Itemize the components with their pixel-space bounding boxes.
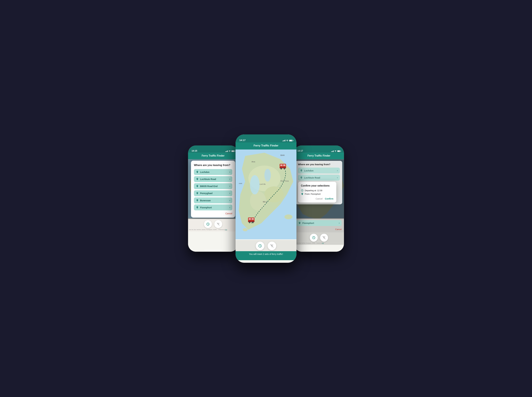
status-icons-center xyxy=(282,140,293,142)
location-modal-left: Where are you leaving from? Lochdon › xyxy=(188,159,238,219)
svg-rect-29 xyxy=(280,164,282,166)
map-center: B849 Aros Loch Ba River Forsa 966 m A849 xyxy=(236,149,296,240)
confirm-title: Confirm your selections xyxy=(301,184,333,187)
location-item-b8035[interactable]: B8035 Road End › xyxy=(194,183,232,189)
svg-point-43 xyxy=(252,222,253,223)
location-name-6: Fionnphort xyxy=(200,206,212,209)
home-indicator-left xyxy=(204,250,222,251)
svg-point-34 xyxy=(281,168,282,169)
confirm-cancel-button[interactable]: Cancel xyxy=(316,197,323,200)
filter-icon-center xyxy=(270,244,274,248)
svg-point-20 xyxy=(284,214,293,219)
svg-point-19 xyxy=(264,169,271,182)
filter-button-left[interactable] xyxy=(214,220,222,228)
cancel-button-left[interactable]: Cancel xyxy=(194,212,232,215)
clock-icon-center xyxy=(258,244,262,248)
location-name-r3: Fionnphort xyxy=(302,222,314,224)
filter-icon-left xyxy=(216,222,220,226)
svg-point-17 xyxy=(250,191,266,211)
battery-icon-center xyxy=(289,140,293,142)
pin-icon-2 xyxy=(196,178,199,180)
svg-text:A849: A849 xyxy=(239,183,242,184)
filter-button-center[interactable] xyxy=(268,242,276,250)
location-item-fionnphort[interactable]: Fionnphort › xyxy=(194,204,232,210)
confirm-from-row: From: Fionnphort xyxy=(301,193,333,195)
app-header-left: Ferry Traffic Finder xyxy=(188,153,238,159)
signal-icon-center xyxy=(282,140,285,141)
confirm-button[interactable]: Confirm xyxy=(325,197,333,200)
app-header-center: Ferry Traffic Finder xyxy=(236,143,296,149)
confirm-dialog: Confirm your selections Departing at: 12… xyxy=(298,182,336,203)
filter-icon-right xyxy=(322,236,326,239)
pin-icon-4 xyxy=(196,192,199,195)
chevron-3: › xyxy=(229,185,230,187)
location-item-fionnphort-right: Fionnphort › xyxy=(296,220,342,226)
time-right: 14:17 xyxy=(297,149,303,152)
wifi-icon-left xyxy=(229,150,231,152)
clock-icon-right xyxy=(312,236,316,239)
schedule-button-right[interactable] xyxy=(310,234,318,242)
svg-text:B849: B849 xyxy=(281,154,285,156)
time-center: 14:17 xyxy=(239,139,245,142)
phone-center: DEBUG 14:17 Ferry Traffic Finder xyxy=(236,134,296,263)
map-right: B843 Aros Where are you leaving from? Lo… xyxy=(294,159,344,219)
chevron-5: › xyxy=(229,199,230,202)
phone-center-screen: DEBUG 14:17 Ferry Traffic Finder xyxy=(236,134,296,263)
clock-confirm-icon xyxy=(301,189,304,192)
phone-right-screen: DEBUG 14:17 Ferry Traffic Finder xyxy=(294,145,344,252)
phone-right: DEBUG 14:17 Ferry Traffic Finder xyxy=(294,145,344,252)
clock-icon-left xyxy=(206,222,210,226)
app-title-center: Ferry Traffic Finder xyxy=(254,144,279,147)
time-left: 14:15 xyxy=(192,149,197,152)
phones-container: DEBUG 14:15 Ferry Traffic Finder xyxy=(191,134,341,263)
pin-icon-6 xyxy=(196,206,199,209)
location-modal-title-right: Where are you leaving from? xyxy=(298,163,340,166)
home-indicator-right xyxy=(310,250,328,251)
location-item-lochdon[interactable]: Lochdon › xyxy=(194,169,232,175)
chevron-4: › xyxy=(229,192,230,195)
chevron-1: › xyxy=(229,171,230,174)
chevron-6: › xyxy=(229,206,230,209)
svg-point-42 xyxy=(249,222,250,223)
pin-icon-r3 xyxy=(298,222,301,224)
bottom-toolbar-center xyxy=(236,240,296,251)
pin-icon-3 xyxy=(196,185,199,187)
schedule-button-center[interactable] xyxy=(256,242,264,250)
chevron-r2: › xyxy=(337,176,338,179)
attribution-right: Esri UK, Esri, TomTom, Foursquare, Ordna… xyxy=(294,242,344,245)
confirm-departing-row: Departing at: 12:30 xyxy=(301,189,333,192)
modal-title-left: Where are you leaving from? xyxy=(194,163,232,167)
location-name-4: Pennyghael xyxy=(200,192,213,195)
pin-icon-1 xyxy=(196,171,199,174)
location-item-lochbuie[interactable]: Lochbuie Road › xyxy=(194,176,232,182)
signal-icon-right xyxy=(331,150,334,152)
cancel-button-right[interactable]: Cancel xyxy=(296,227,342,231)
ferry-traffic-message: You will meet 2 sets of ferry traffic! xyxy=(249,253,283,255)
schedule-button-left[interactable] xyxy=(204,220,212,228)
pin-confirm-icon xyxy=(301,193,304,195)
battery-icon-right xyxy=(337,150,340,152)
status-icons-left xyxy=(225,150,235,152)
app-title-right: Ferry Traffic Finder xyxy=(307,154,330,157)
filter-button-right[interactable] xyxy=(320,234,328,242)
svg-text:River Forsa: River Forsa xyxy=(281,180,289,182)
location-item-lochbuie-right: Lochbuie Road › xyxy=(298,174,340,180)
chevron-r3: › xyxy=(339,222,340,224)
bottom-toolbar-left xyxy=(188,219,238,229)
status-icons-right xyxy=(331,150,340,152)
app-title-left: Ferry Traffic Finder xyxy=(202,154,225,157)
map-left: A861 Sn... Where are you leaving from? L… xyxy=(188,159,238,219)
location-name-3: B8035 Road End xyxy=(200,185,218,187)
status-bar-center: 14:17 xyxy=(236,134,296,143)
location-item-bunessan[interactable]: Bunessan › xyxy=(194,197,232,203)
status-bar-right: 14:17 xyxy=(294,145,344,153)
location-name-5: Bunessan xyxy=(200,199,211,202)
svg-point-35 xyxy=(284,168,285,169)
svg-point-21 xyxy=(243,228,248,231)
svg-text:Aros: Aros xyxy=(251,161,255,163)
location-modal-right-behind: Where are you leaving from? Lochdon › xyxy=(296,161,342,204)
location-name-r1: Lochdon xyxy=(304,169,313,172)
battery-icon-left xyxy=(231,150,235,152)
location-name-2: Lochbuie Road xyxy=(200,178,216,180)
location-item-pennyghael[interactable]: Pennyghael › xyxy=(194,190,232,196)
